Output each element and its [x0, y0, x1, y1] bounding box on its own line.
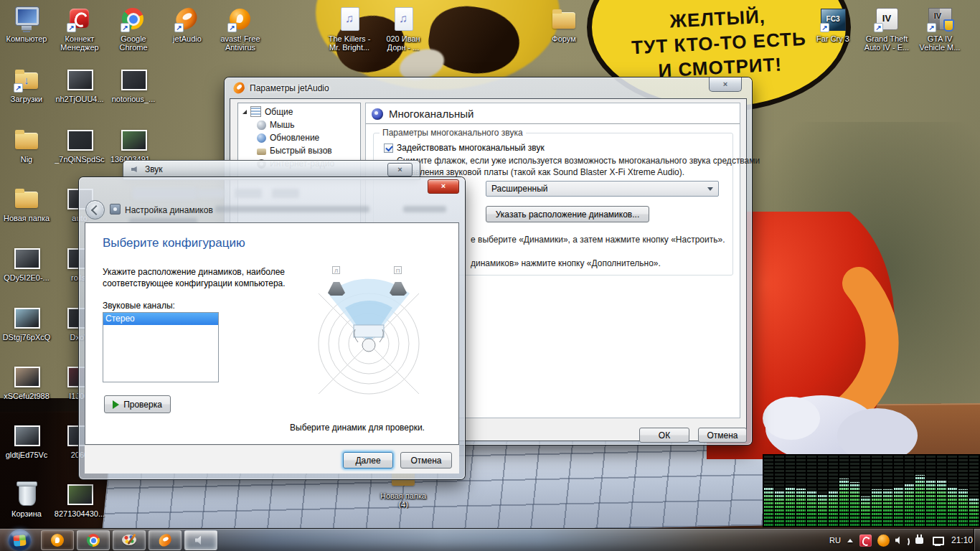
spectrum-bar: [861, 456, 870, 526]
desktop-icon[interactable]: ♫ The Killers - Mr. Bright...: [324, 6, 375, 52]
desktop-icon-image: IV↗: [925, 6, 954, 33]
desktop-icon[interactable]: gldtjEd75Vc: [1, 422, 52, 459]
desktop-icon[interactable]: _7nQiNSpdSc: [54, 126, 105, 164]
desktop-icon-image: FC3↗: [819, 6, 847, 33]
desktop-icon-label: nh2TjOUU4...: [54, 95, 105, 103]
desktop-icon[interactable]: ↗ avast! Free Antivirus: [215, 6, 266, 52]
cancel-button[interactable]: Отмена: [400, 452, 452, 468]
jetaudio-window-titlebar[interactable]: Параметры jetAudio: [233, 83, 329, 93]
dialog-title: Настройка динамиков: [125, 205, 213, 215]
desktop-icon[interactable]: IV↗ GTA IV Vehicle M...: [914, 6, 966, 52]
channels-listbox[interactable]: Стерео: [103, 312, 219, 382]
network-tray-icon[interactable]: [931, 534, 943, 547]
desktop-icon[interactable]: Форум: [538, 6, 590, 43]
desktop-icon[interactable]: QDy5I2E0-...: [1, 245, 52, 282]
tree-expander-icon[interactable]: [242, 110, 247, 114]
desktop-icon[interactable]: notorious_...: [108, 66, 159, 103]
start-button[interactable]: [8, 529, 32, 551]
blurred-tab: [197, 189, 225, 198]
spectrum-bar-lit: [958, 489, 968, 526]
close-button[interactable]: ×: [387, 163, 413, 176]
tree-node[interactable]: Обновление: [238, 131, 360, 144]
close-button[interactable]: ×: [428, 179, 459, 194]
power-tray-icon[interactable]: [913, 534, 925, 547]
desktop-icon[interactable]: IV↗ Grand Theft Auto IV - E...: [861, 6, 913, 52]
taskbar-button-avast[interactable]: [41, 530, 74, 550]
spectrum-bar: [818, 456, 827, 526]
desktop-icon[interactable]: Корзина: [1, 481, 52, 518]
hidden-icons-arrow-icon[interactable]: [847, 539, 853, 542]
tree-node-general[interactable]: Общие: [238, 103, 360, 118]
taskbar-button-jetaudio[interactable]: [149, 530, 182, 550]
spectrum-bar-lit: [894, 487, 903, 526]
desktop-icon[interactable]: DStgj76pXcQ: [1, 304, 52, 342]
left-speaker-label: Л: [332, 266, 340, 274]
hint-text: е выберите «Динамики», а затем нажмите к…: [471, 235, 725, 245]
desktop-icon[interactable]: ↗ Google Chrome: [108, 6, 159, 52]
desktop-icon[interactable]: ↓↗ Загрузки: [1, 66, 52, 103]
taskbar-button-icon: [157, 532, 173, 548]
desktop-icon[interactable]: ↗ jetAudio: [161, 6, 213, 43]
tree-node[interactable]: Быстрый вызов: [238, 144, 360, 157]
desktop-icon[interactable]: xSCefu2t988: [1, 363, 52, 400]
desktop-icon-image: [12, 126, 41, 154]
spectrum-bar: [839, 456, 849, 526]
desktop-icon[interactable]: FC3↗ Far Cry 3: [807, 6, 859, 43]
locate-speakers-button[interactable]: Указать расположение динамиков...: [486, 206, 649, 222]
multichannel-checkbox-row[interactable]: Задействовать многоканальный звук: [384, 143, 545, 153]
clock[interactable]: 21:10: [951, 535, 973, 545]
desktop-icon[interactable]: 136003491...: [108, 126, 159, 164]
shortcut-arrow-icon: ↗: [820, 23, 829, 32]
speaker-setup-icon: [110, 204, 121, 215]
desktop-icon-label: Новая папка: [1, 214, 52, 222]
spectrum-bar-lit: [807, 491, 816, 526]
taskbar-button-paint[interactable]: [113, 530, 146, 550]
volume-tray-icon[interactable]: [895, 534, 908, 547]
cancel-button[interactable]: Отмена: [698, 428, 747, 443]
channel-list-item[interactable]: Стерео: [103, 313, 218, 325]
sound-window-titlebar[interactable]: Звук: [131, 164, 163, 174]
taskbar-button-chrome[interactable]: [77, 530, 110, 550]
desktop-icon[interactable]: Новая папка: [1, 185, 52, 222]
dialog-heading: Выберите конфигурацию: [103, 236, 245, 250]
ok-button[interactable]: ОК: [639, 428, 689, 443]
blurred-tab: [272, 189, 299, 198]
language-indicator[interactable]: RU: [829, 536, 841, 545]
test-button[interactable]: Проверка: [104, 395, 171, 413]
back-button[interactable]: [85, 200, 105, 220]
next-button[interactable]: Далее: [343, 452, 393, 468]
connect-tray-icon[interactable]: [859, 534, 872, 547]
avast-tray-icon[interactable]: [877, 534, 890, 547]
desktop-icon-label: Far Cry 3: [807, 34, 859, 43]
desktop-icon[interactable]: 8271304430...: [54, 481, 105, 518]
desktop-icon-label: _7nQiNSpdSc: [54, 155, 105, 164]
speaker-diagram[interactable]: Л П: [301, 263, 437, 418]
taskbar-button-icon: [121, 532, 137, 548]
desktop-icon-label: Новая папка (4): [377, 491, 429, 509]
mode-dropdown[interactable]: Расширенный: [486, 181, 719, 197]
taskbar: RU 21:10: [0, 528, 980, 551]
spectrum-bar: [786, 456, 795, 526]
desktop-icon[interactable]: nh2TjOUU4...: [54, 66, 105, 103]
close-button[interactable]: ×: [709, 77, 742, 92]
multichannel-checkbox[interactable]: [384, 143, 393, 153]
desktop-icon[interactable]: Компьютер: [1, 6, 52, 43]
spectrum-bar-lit: [775, 491, 784, 526]
taskbar-button-icon: [193, 532, 209, 548]
show-desktop-button[interactable]: [974, 529, 980, 551]
spectrum-bar: [764, 456, 773, 526]
note-text: Снимите флажок, если уже используется во…: [397, 156, 760, 166]
desktop-icon-image: [12, 185, 41, 212]
desktop: ЖЕЛТЫЙ, ТУТ КТО-ТО ЕСТЬ И СМОТРИТ!: [0, 0, 980, 551]
desktop-icon[interactable]: ♫ 020 Иван Дорн - ...: [377, 6, 429, 52]
taskbar-button-volume[interactable]: [184, 530, 217, 550]
tree-node[interactable]: Мышь: [238, 118, 360, 131]
spectrum-bar: [850, 456, 859, 526]
taskbar-buttons: [41, 530, 217, 550]
spectrum-bar-lit: [872, 489, 881, 526]
desktop-icon[interactable]: ↗ Коннект Менеджер: [54, 6, 105, 52]
spectrum-bar-lit: [883, 489, 892, 526]
tree-node-label: Мышь: [270, 120, 295, 130]
spectrum-bar-lit: [905, 484, 914, 526]
desktop-icon[interactable]: Nig: [1, 126, 52, 164]
